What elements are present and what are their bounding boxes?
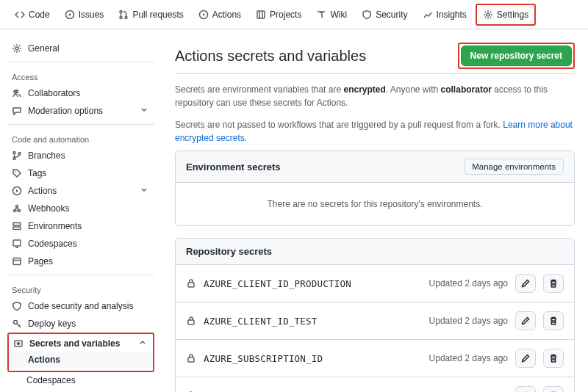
sidebar-branches-label: Branches bbox=[28, 150, 150, 161]
page-title: Actions secrets and variables bbox=[175, 48, 366, 65]
svg-rect-26 bbox=[188, 357, 194, 362]
sidebar-codespaces[interactable]: Codespaces bbox=[7, 235, 154, 253]
sidebar-branches[interactable]: Branches bbox=[7, 147, 154, 164]
tab-actions-label: Actions bbox=[212, 10, 241, 20]
book-icon bbox=[316, 10, 326, 20]
edit-secret-button[interactable] bbox=[515, 349, 536, 368]
svg-point-10 bbox=[13, 152, 15, 154]
svg-rect-6 bbox=[257, 11, 265, 18]
new-repository-secret-button[interactable]: New repository secret bbox=[461, 46, 572, 66]
chevron-down-icon bbox=[140, 106, 150, 116]
repo-topnav: Code Issues Pull requests Actions Projec… bbox=[0, 0, 588, 29]
secret-name: AZURE_SUBSCRIPTION_ID bbox=[204, 353, 422, 364]
sidebar-environments-label: Environments bbox=[28, 221, 150, 231]
sidebar-webhooks-label: Webhooks bbox=[28, 203, 150, 214]
code-icon bbox=[15, 10, 25, 20]
pencil-icon bbox=[520, 316, 531, 326]
webhook-icon bbox=[12, 203, 22, 214]
sidebar-codespaces-label: Codespaces bbox=[28, 239, 150, 249]
tab-projects-label: Projects bbox=[270, 10, 301, 20]
tab-code[interactable]: Code bbox=[9, 5, 56, 24]
repository-secrets-header: Repository secrets bbox=[176, 239, 574, 265]
lock-icon bbox=[186, 278, 196, 288]
secret-name: AZURE_CLIENT_ID_PRODUCTION bbox=[204, 278, 422, 289]
tab-security[interactable]: Security bbox=[356, 5, 413, 24]
sidebar-head-code: Code and automation bbox=[7, 129, 154, 147]
svg-point-2 bbox=[120, 10, 122, 12]
key-asterisk-icon bbox=[13, 338, 24, 349]
sidebar-webhooks[interactable]: Webhooks bbox=[7, 200, 154, 217]
secret-name: AZURE_CLIENT_ID_TEST bbox=[204, 316, 422, 327]
edit-secret-button[interactable] bbox=[515, 274, 536, 293]
delete-secret-button[interactable] bbox=[543, 311, 564, 330]
shield-icon bbox=[362, 10, 372, 20]
sidebar-collaborators-label: Collaborators bbox=[28, 88, 150, 98]
sidebar-sv-actions[interactable]: Actions bbox=[9, 352, 153, 368]
svg-rect-19 bbox=[13, 227, 21, 230]
server-icon bbox=[12, 221, 22, 231]
environment-secrets-header: Environment secrets Manage environments bbox=[176, 151, 574, 183]
sidebar-deploy-keys[interactable]: Deploy keys bbox=[7, 315, 154, 333]
svg-point-17 bbox=[16, 206, 18, 208]
delete-secret-button[interactable] bbox=[543, 349, 564, 368]
sidebar-actions[interactable]: Actions bbox=[7, 182, 154, 200]
svg-point-8 bbox=[15, 47, 18, 50]
svg-rect-20 bbox=[13, 240, 21, 246]
sidebar-actions-label: Actions bbox=[28, 186, 134, 196]
trash-icon bbox=[548, 353, 559, 363]
pull-request-icon bbox=[118, 10, 129, 20]
play-circle-icon bbox=[12, 186, 22, 196]
pencil-icon bbox=[520, 278, 531, 288]
sidebar-moderation[interactable]: Moderation options bbox=[7, 102, 154, 120]
svg-rect-25 bbox=[188, 320, 194, 324]
key-icon bbox=[12, 319, 22, 329]
tab-wiki[interactable]: Wiki bbox=[310, 5, 353, 24]
secret-updated: Updated 2 days ago bbox=[429, 278, 508, 288]
sidebar-tags[interactable]: Tags bbox=[7, 164, 154, 182]
sidebar-sv-codespaces[interactable]: Codespaces bbox=[7, 372, 154, 388]
manage-environments-button[interactable]: Manage environments bbox=[464, 159, 564, 175]
lock-icon bbox=[186, 316, 196, 326]
sidebar-collaborators[interactable]: Collaborators bbox=[7, 84, 154, 102]
environment-secrets-empty: There are no secrets for this repository… bbox=[176, 183, 574, 225]
tab-issues[interactable]: Issues bbox=[59, 5, 110, 24]
secret-row: AZURE_CLIENT_ID_PRODUCTIONUpdated 2 days… bbox=[176, 265, 574, 302]
tab-settings-label: Settings bbox=[497, 10, 528, 20]
sidebar-environments[interactable]: Environments bbox=[7, 217, 154, 235]
tab-pulls[interactable]: Pull requests bbox=[112, 5, 189, 24]
delete-secret-button[interactable] bbox=[543, 274, 564, 293]
trash-icon bbox=[548, 316, 559, 326]
tab-insights-label: Insights bbox=[437, 10, 467, 20]
people-icon bbox=[12, 88, 22, 98]
sidebar-secrets-vars[interactable]: Secrets and variables bbox=[9, 335, 153, 352]
description-line1: Secrets are environment variables that a… bbox=[175, 83, 575, 109]
tab-settings[interactable]: Settings bbox=[476, 4, 536, 26]
shield-check-icon bbox=[12, 301, 22, 311]
tab-projects[interactable]: Projects bbox=[250, 5, 307, 24]
codespaces-icon bbox=[12, 239, 22, 249]
svg-rect-18 bbox=[13, 223, 21, 226]
secret-updated: Updated 2 days ago bbox=[429, 316, 508, 326]
secret-row: AZURE_SUBSCRIPTION_IDUpdated 2 days ago bbox=[176, 339, 574, 377]
tab-pulls-label: Pull requests bbox=[132, 10, 183, 20]
tab-actions[interactable]: Actions bbox=[193, 5, 247, 24]
sidebar-secrets-vars-label: Secrets and variables bbox=[29, 338, 132, 349]
trash-icon bbox=[548, 278, 559, 288]
sidebar-code-security[interactable]: Code security and analysis bbox=[7, 297, 154, 315]
tab-issues-label: Issues bbox=[79, 10, 104, 20]
svg-point-4 bbox=[125, 16, 127, 18]
tab-wiki-label: Wiki bbox=[330, 10, 347, 20]
secret-updated: Updated 2 days ago bbox=[429, 353, 508, 363]
delete-secret-button[interactable] bbox=[543, 386, 564, 392]
edit-secret-button[interactable] bbox=[515, 386, 536, 392]
svg-point-3 bbox=[120, 16, 122, 18]
gear-icon bbox=[483, 10, 493, 20]
sidebar-tags-label: Tags bbox=[28, 168, 150, 178]
tag-icon bbox=[12, 168, 22, 178]
edit-secret-button[interactable] bbox=[515, 311, 536, 330]
sidebar-general[interactable]: General bbox=[7, 40, 154, 57]
sidebar-sv-dependabot[interactable]: Dependabot bbox=[7, 388, 154, 392]
sidebar-pages[interactable]: Pages bbox=[7, 253, 154, 270]
tab-insights[interactable]: Insights bbox=[417, 5, 473, 24]
svg-point-12 bbox=[18, 153, 21, 155]
